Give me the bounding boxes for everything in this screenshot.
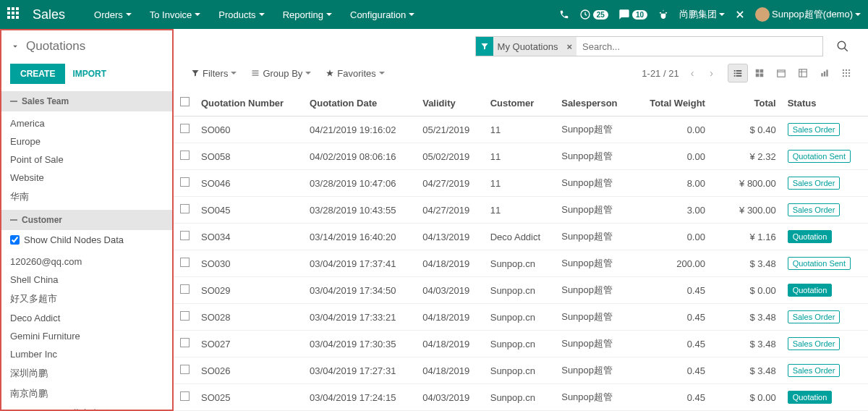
menu-products[interactable]: Products (211, 5, 271, 25)
menu-to-invoice[interactable]: To Invoice (142, 5, 208, 25)
user-menu[interactable]: Sunpop超管(demo) (755, 7, 861, 22)
menu-reporting[interactable]: Reporting (276, 5, 339, 25)
view-graph[interactable] (814, 64, 835, 82)
col-header[interactable]: Status (782, 90, 868, 116)
group-header-customer[interactable]: Customer (1, 210, 172, 230)
group-header-sales-team[interactable]: Sales Team (1, 91, 172, 111)
view-list[interactable] (728, 64, 748, 82)
activity-icon[interactable]: 25 (579, 9, 608, 20)
sidebar-item[interactable]: America (1, 114, 172, 132)
table-row[interactable]: SO05804/02/2019 08:06:1605/02/201911Sunp… (174, 143, 868, 170)
import-button[interactable]: IMPORT (72, 69, 106, 79)
row-checkbox[interactable] (180, 338, 190, 347)
svg-point-16 (848, 72, 850, 74)
app-brand[interactable]: Sales (33, 7, 65, 22)
row-checkbox[interactable] (180, 204, 190, 213)
sidebar-item[interactable]: Lumber Inc (1, 345, 172, 363)
show-child-nodes-checkbox[interactable]: Show Child Nodes Data (1, 230, 172, 250)
svg-rect-5 (760, 74, 764, 77)
sidebar-item[interactable]: 华南 (1, 187, 172, 207)
table-row[interactable]: SO02803/04/2019 17:33:2104/18/2019Sunpop… (174, 304, 868, 331)
table-row[interactable]: SO04603/28/2019 10:47:0604/27/201911Sunp… (174, 170, 868, 197)
sidebar-item[interactable]: Website (1, 169, 172, 187)
pager: 1-21 / 21 ‹ › (642, 64, 718, 82)
sidebar-item[interactable]: Shell China (1, 271, 172, 289)
row-checkbox[interactable] (180, 124, 190, 133)
breadcrumb-title: Quotations (26, 39, 85, 54)
svg-rect-4 (756, 74, 760, 77)
view-kanban[interactable] (749, 64, 770, 82)
col-header[interactable]: Validity (417, 90, 485, 116)
pager-value[interactable]: 1-21 / 21 (642, 68, 678, 79)
view-calendar[interactable] (771, 64, 791, 82)
svg-point-13 (848, 69, 850, 71)
col-header[interactable]: Salesperson (556, 90, 634, 116)
sidebar-item[interactable]: Sunpop Beijin-北京尚鹏 (1, 404, 172, 411)
search-facet: My Quotations × (476, 37, 576, 56)
row-checkbox[interactable] (180, 365, 190, 374)
filter-icon (476, 37, 493, 56)
filters-dropdown[interactable]: Filters (185, 65, 242, 82)
close-debug-icon[interactable] (735, 9, 745, 20)
main-menu: OrdersTo InvoiceProductsReportingConfigu… (87, 5, 422, 25)
svg-rect-8 (821, 73, 822, 77)
select-all-checkbox[interactable] (180, 97, 190, 106)
sidebar-item[interactable]: 120260@qq.com (1, 253, 172, 271)
debug-icon[interactable] (658, 9, 669, 20)
sidebar-item[interactable]: Gemini Furniture (1, 327, 172, 345)
table-row[interactable]: SO03003/04/2019 17:37:4104/18/2019Sunpop… (174, 250, 868, 277)
menu-configuration[interactable]: Configuration (343, 5, 422, 25)
apps-icon[interactable] (7, 7, 22, 22)
sidebar-item[interactable]: Deco Addict (1, 309, 172, 327)
table-row[interactable]: SO02903/04/2019 17:34:5004/03/2019Sunpop… (174, 277, 868, 304)
row-checkbox[interactable] (180, 231, 190, 240)
search-input[interactable] (576, 37, 822, 56)
col-header[interactable]: Total (711, 90, 782, 116)
row-checkbox[interactable] (180, 177, 190, 187)
view-pivot[interactable] (793, 64, 813, 82)
table-row[interactable]: SO02503/04/2019 17:24:1504/03/2019Sunpop… (174, 384, 868, 411)
menu-orders[interactable]: Orders (87, 5, 139, 25)
company-switcher[interactable]: 尚鹏集团 (679, 8, 725, 21)
pager-prev[interactable]: ‹ (686, 64, 699, 82)
pager-next[interactable]: › (705, 64, 718, 82)
table-row[interactable]: SO04503/28/2019 10:43:5504/27/201911Sunp… (174, 197, 868, 224)
table-row[interactable]: SO03403/14/2019 16:40:2004/13/2019Deco A… (174, 224, 868, 250)
sidebar-item[interactable]: 深圳尚鹏 (1, 363, 172, 384)
facet-remove[interactable]: × (562, 41, 576, 52)
systray: 25 10 尚鹏集团 Sunpop超管(demo) (559, 7, 861, 22)
status-badge: Quotation Sent (788, 150, 851, 163)
top-navbar: Sales OrdersTo InvoiceProductsReportingC… (0, 0, 868, 29)
chevron-down-icon[interactable] (10, 41, 20, 51)
col-header[interactable]: Quotation Number (195, 90, 304, 116)
svg-point-11 (843, 69, 844, 71)
col-header[interactable]: Customer (485, 90, 556, 116)
col-header[interactable]: Total Weight (634, 90, 711, 116)
col-header[interactable]: Quotation Date (304, 90, 417, 116)
status-badge: Quotation Sent (788, 257, 851, 270)
row-checkbox[interactable] (180, 284, 190, 294)
create-button[interactable]: CREATE (10, 64, 65, 84)
sidebar-item[interactable]: Point of Sale (1, 151, 172, 169)
svg-rect-3 (760, 69, 764, 73)
voip-icon[interactable] (559, 9, 569, 20)
table-row[interactable]: SO02703/04/2019 17:30:3504/18/2019Sunpop… (174, 331, 868, 357)
view-activity[interactable] (836, 64, 856, 82)
row-checkbox[interactable] (180, 391, 190, 401)
row-checkbox[interactable] (180, 311, 190, 321)
status-badge: Quotation (788, 230, 833, 243)
messaging-icon[interactable]: 10 (618, 9, 647, 20)
svg-rect-10 (826, 69, 827, 76)
sidebar-item[interactable]: Europe (1, 132, 172, 151)
groupby-dropdown[interactable]: Group By (245, 65, 317, 82)
sidebar-item[interactable]: 好又多超市 (1, 289, 172, 309)
row-checkbox[interactable] (180, 151, 190, 160)
favorites-dropdown[interactable]: Favorites (320, 65, 390, 82)
row-checkbox[interactable] (180, 258, 190, 267)
status-badge: Quotation (788, 284, 833, 297)
sidebar-item[interactable]: 南京尚鹏 (1, 384, 172, 404)
svg-rect-6 (778, 70, 786, 77)
search-icon[interactable] (829, 40, 856, 53)
table-row[interactable]: SO06004/21/2019 19:16:0205/21/201911Sunp… (174, 116, 868, 143)
table-row[interactable]: SO02603/04/2019 17:27:3104/18/2019Sunpop… (174, 357, 868, 384)
